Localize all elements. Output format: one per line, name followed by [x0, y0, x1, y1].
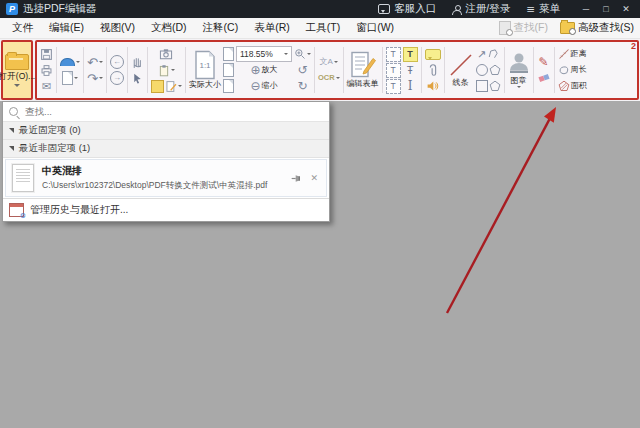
- pin-icon[interactable]: [291, 174, 304, 183]
- text-field-button[interactable]: T: [386, 47, 401, 62]
- app-logo-icon: P: [6, 3, 18, 15]
- text-field-icon: T: [386, 47, 401, 62]
- actual-size-button[interactable]: 1:1 实际大小: [189, 50, 221, 90]
- fit-page-button[interactable]: [223, 47, 234, 62]
- minus-circle-icon: ⊖: [250, 80, 260, 92]
- snapshot-button[interactable]: [151, 47, 182, 62]
- arrow-tool-icon[interactable]: ↗: [477, 49, 486, 60]
- search-row: [3, 102, 329, 122]
- edit-text-button[interactable]: Ŧ: [403, 63, 418, 78]
- paste-button[interactable]: [151, 63, 182, 78]
- distance-tool[interactable]: 距离: [558, 47, 587, 62]
- login-button[interactable]: 注册/登录: [452, 2, 510, 16]
- fit-width-button[interactable]: [223, 63, 234, 78]
- eraser-tool-button[interactable]: [537, 71, 551, 86]
- save-button[interactable]: [40, 47, 53, 62]
- undo-button[interactable]: ↶: [87, 55, 103, 70]
- toolbar-annotation-box: 2 ✉ ↶ ↷: [35, 40, 639, 100]
- recent-file-item[interactable]: 中英混排 C:\Users\xr102372\Desktop\PDF转换文件测试…: [5, 159, 327, 197]
- pinned-section-header[interactable]: 最近固定项 (0): [3, 122, 329, 140]
- previous-view-button[interactable]: ←: [110, 55, 124, 70]
- ocr-button[interactable]: OCR: [318, 71, 340, 86]
- undo-icon: ↶: [87, 56, 98, 69]
- rotate-left-button[interactable]: ↺: [294, 63, 311, 78]
- speaker-icon: [426, 80, 439, 92]
- edit-form-button[interactable]: 编辑表单: [347, 51, 379, 89]
- menu-tools[interactable]: 工具(T): [298, 21, 348, 35]
- select-tool-button[interactable]: [131, 71, 144, 86]
- polyline-tool-icon[interactable]: [487, 48, 499, 60]
- ellipse-tool-icon[interactable]: [476, 64, 488, 76]
- new-page-button[interactable]: [60, 71, 80, 86]
- text-box-button[interactable]: T: [386, 63, 401, 78]
- text-cursor-button[interactable]: I: [403, 79, 418, 94]
- marquee-zoom-button[interactable]: [294, 47, 311, 62]
- distance-icon: [558, 48, 570, 60]
- unpinned-section-header[interactable]: 最近非固定项 (1): [3, 140, 329, 158]
- hand-tool-icon: [131, 56, 144, 69]
- stamp-caret-icon: [517, 86, 521, 88]
- forward-arrow-icon: →: [110, 71, 124, 85]
- mail-button[interactable]: ✉: [40, 79, 53, 94]
- zoom-caret-icon: [284, 53, 288, 55]
- create-tool-button[interactable]: [60, 55, 80, 70]
- hand-tool-button[interactable]: [131, 55, 144, 70]
- edit-form-icon: [350, 51, 376, 79]
- next-view-button[interactable]: →: [110, 71, 124, 86]
- zoom-level-select[interactable]: 118.55%: [236, 47, 292, 62]
- sticky-note-icon[interactable]: [151, 80, 164, 93]
- redo-button[interactable]: ↷: [87, 71, 103, 86]
- area-tool[interactable]: 面积: [558, 79, 587, 94]
- sound-button[interactable]: [425, 79, 441, 94]
- paperclip-icon: [428, 63, 438, 77]
- fit-visible-button[interactable]: [223, 79, 234, 94]
- menu-edit[interactable]: 编辑(E): [41, 21, 92, 35]
- app-title: 迅捷PDF编辑器: [23, 2, 97, 16]
- support-entry-button[interactable]: 客服入口: [378, 2, 436, 16]
- stamp-tool-button[interactable]: 图章: [508, 52, 530, 89]
- find-button[interactable]: 查找(F): [499, 21, 548, 35]
- menu-button[interactable]: ≡ 菜单: [526, 2, 560, 16]
- comment-button[interactable]: [425, 47, 441, 62]
- pentagon-tool-icon[interactable]: [489, 80, 501, 92]
- close-button[interactable]: ✕: [616, 4, 636, 14]
- select-tool-icon: [131, 72, 144, 85]
- rectangle-tool-icon[interactable]: [476, 80, 488, 92]
- menu-form[interactable]: 表单(R): [246, 21, 298, 35]
- perimeter-icon: [558, 64, 570, 76]
- text-box-icon: T: [386, 63, 401, 78]
- perimeter-tool[interactable]: 周长: [558, 63, 587, 78]
- text-area-button[interactable]: T: [386, 79, 401, 94]
- back-arrow-icon: ←: [110, 55, 124, 69]
- maximize-button[interactable]: □: [596, 4, 616, 14]
- collapse-triangle-icon: [9, 128, 14, 133]
- advanced-find-button[interactable]: 高级查找(S): [560, 21, 634, 35]
- rotate-right-button[interactable]: ↻: [294, 79, 311, 94]
- pencil-tool-button[interactable]: ✎: [537, 55, 551, 70]
- open-button[interactable]: 打开(O)...: [1, 40, 33, 100]
- search-input[interactable]: [23, 105, 307, 118]
- menu-file[interactable]: 文件: [4, 21, 41, 35]
- line-tool-button[interactable]: 线条: [448, 52, 474, 88]
- zoom-in-button[interactable]: ⊕ 放大: [236, 63, 292, 78]
- print-button[interactable]: [40, 63, 53, 78]
- menu-comment[interactable]: 注释(C): [195, 21, 247, 35]
- file-title: 中英混排: [42, 164, 283, 178]
- manage-history-item[interactable]: 管理历史与最近打开...: [3, 198, 329, 221]
- recent-files-panel: 最近固定项 (0) 最近非固定项 (1) 中英混排 C:\Users\xr102…: [2, 101, 330, 222]
- add-text-button[interactable]: T: [403, 47, 418, 62]
- menu-view[interactable]: 视图(V): [92, 21, 143, 35]
- minimize-button[interactable]: ─: [576, 4, 596, 14]
- menu-window[interactable]: 窗口(W): [348, 21, 402, 35]
- translate-button[interactable]: 文A: [318, 55, 340, 70]
- chat-icon: [378, 4, 390, 14]
- zoom-out-button[interactable]: ⊖ 缩小: [236, 79, 292, 94]
- advanced-find-icon: [560, 22, 575, 34]
- menu-document[interactable]: 文档(D): [143, 21, 195, 35]
- attachment-button[interactable]: [425, 63, 441, 78]
- magnifier-plus-icon: [294, 48, 306, 60]
- signature-icon[interactable]: [165, 80, 177, 93]
- remove-icon[interactable]: ✕: [310, 173, 318, 183]
- eraser-icon: [537, 73, 551, 83]
- polygon-tool-icon[interactable]: [489, 64, 501, 76]
